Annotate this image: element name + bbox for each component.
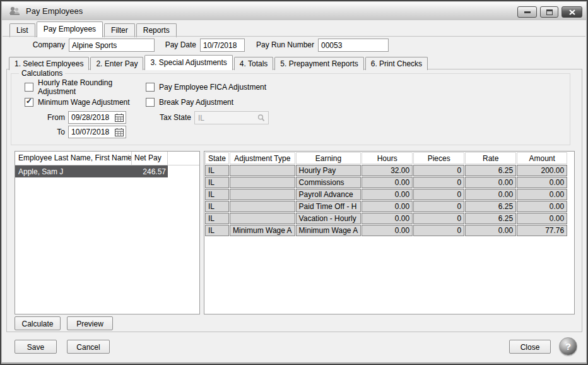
cell-hours[interactable]: 0.00	[362, 213, 413, 224]
minimize-button[interactable]	[517, 6, 537, 18]
main-tab[interactable]: Filter	[104, 23, 135, 37]
cell-adjustment-type[interactable]: Minimum Wage A	[230, 225, 295, 236]
close-button[interactable]: Close	[509, 340, 551, 354]
calculate-button[interactable]: Calculate	[15, 316, 61, 330]
cell-state[interactable]: IL	[205, 189, 229, 200]
cell-adjustment-type[interactable]	[230, 177, 295, 188]
cell-adjustment-type[interactable]	[230, 165, 295, 176]
pay-employees-window: Pay Employees ListPay EmployeesFilterRep…	[0, 0, 588, 365]
cell-amount[interactable]: 0.00	[517, 213, 567, 224]
cell-hours[interactable]: 0.00	[362, 177, 413, 188]
grid-row[interactable]: IL Paid Time Off - H 0.00 0 6.25 0.00	[205, 201, 567, 212]
calc-checkbox[interactable]: ✓ Pay Employee FICA Adjustment	[146, 83, 266, 92]
grid-row[interactable]: IL Vacation - Hourly 0.00 0 6.25 0.00	[205, 213, 567, 224]
cell-earning[interactable]: Commissions	[296, 177, 362, 188]
cell-adjustment-type[interactable]	[230, 201, 295, 212]
cell-state[interactable]: IL	[205, 213, 229, 224]
save-button[interactable]: Save	[15, 340, 57, 354]
main-tab[interactable]: Reports	[136, 23, 177, 37]
hours-column-header[interactable]: Hours	[362, 152, 413, 164]
checkbox-label: Hourly Rate Rounding Adjustment	[38, 78, 146, 96]
main-tab[interactable]: List	[9, 23, 35, 37]
checkbox-label: Break Pay Adjustment	[159, 98, 233, 107]
cell-hours[interactable]: 32.00	[362, 165, 413, 176]
cell-amount[interactable]: 0.00	[517, 189, 567, 200]
cell-hours[interactable]: 0.00	[362, 201, 413, 212]
employee-row[interactable]: Apple, Sam J 246.57	[15, 165, 168, 177]
cell-amount[interactable]: 0.00	[517, 201, 567, 212]
cell-earning[interactable]: Paid Time Off - H	[296, 201, 362, 212]
cell-rate[interactable]: 0.00	[465, 189, 516, 200]
cell-amount[interactable]: 0.00	[517, 177, 567, 188]
step-tab[interactable]: 2. Enter Pay	[90, 57, 143, 70]
grid-row[interactable]: IL Minimum Wage A Minimum Wage A 0.00 0 …	[205, 225, 567, 236]
calc-checkbox[interactable]: ✓ Break Pay Adjustment	[146, 98, 266, 107]
checkbox-label: Pay Employee FICA Adjustment	[159, 83, 266, 92]
special-adjustments-panel: Calculations ✓ Hourly Rate Rounding Adju…	[6, 69, 582, 332]
step-tab[interactable]: 5. Prepayment Reports	[274, 57, 363, 70]
rate-column-header[interactable]: Rate	[465, 152, 516, 164]
cell-earning[interactable]: Payroll Advance	[296, 189, 362, 200]
cell-rate[interactable]: 6.25	[465, 201, 516, 212]
earning-column-header[interactable]: Earning	[296, 152, 362, 164]
maximize-button[interactable]	[540, 6, 558, 18]
cell-earning[interactable]: Hourly Pay	[296, 165, 362, 176]
help-button[interactable]: ?	[559, 337, 577, 356]
adjustments-grid: State Adjustment Type Earning Hours Piec…	[204, 151, 575, 314]
cell-earning[interactable]: Vacation - Hourly	[296, 213, 362, 224]
net-pay-column-header[interactable]: Net Pay	[132, 152, 168, 165]
calendar-icon[interactable]	[115, 128, 124, 136]
cell-rate[interactable]: 0.00	[465, 225, 516, 236]
preview-button[interactable]: Preview	[67, 316, 113, 330]
step-tab[interactable]: 6. Print Checks	[365, 57, 428, 70]
cell-state[interactable]: IL	[205, 201, 229, 212]
tax-state-field: IL	[194, 111, 269, 124]
calendar-icon[interactable]	[115, 114, 124, 122]
grid-row[interactable]: IL Commissions 0.00 0 0.00 0.00	[205, 177, 567, 188]
cell-adjustment-type[interactable]	[230, 213, 295, 224]
close-window-button[interactable]	[562, 6, 582, 18]
cell-rate[interactable]: 6.25	[465, 213, 516, 224]
cell-pieces[interactable]: 0	[413, 225, 464, 236]
cancel-button[interactable]: Cancel	[67, 340, 110, 354]
from-date-field[interactable]: 09/28/2018	[68, 111, 126, 124]
to-date-field[interactable]: 10/07/2018	[68, 126, 126, 138]
main-tab[interactable]: Pay Employees	[37, 21, 103, 37]
step-tab[interactable]: 3. Special Adjustments	[144, 55, 232, 70]
cell-pieces[interactable]: 0	[413, 165, 464, 176]
pieces-column-header[interactable]: Pieces	[413, 152, 464, 164]
adjustment-type-column-header[interactable]: Adjustment Type	[230, 152, 295, 164]
calc-checkbox[interactable]: ✓ Minimum Wage Adjustment	[25, 98, 146, 107]
cell-hours[interactable]: 0.00	[362, 189, 413, 200]
pay-run-number-input[interactable]	[318, 39, 389, 52]
pay-run-number-label: Pay Run Number	[251, 39, 314, 52]
cell-state[interactable]: IL	[205, 165, 229, 176]
cell-hours[interactable]: 0.00	[362, 225, 413, 236]
cell-state[interactable]: IL	[205, 225, 229, 236]
cell-state[interactable]: IL	[205, 177, 229, 188]
tax-state-label: Tax State	[147, 111, 191, 124]
tax-state-value: IL	[195, 114, 257, 123]
cell-earning[interactable]: Minimum Wage A	[296, 225, 362, 236]
grid-row[interactable]: IL Hourly Pay 32.00 0 6.25 200.00	[205, 165, 567, 176]
cell-pieces[interactable]: 0	[413, 201, 464, 212]
step-tab[interactable]: 4. Totals	[234, 57, 273, 70]
cell-pieces[interactable]: 0	[413, 189, 464, 200]
step-tab[interactable]: 1. Select Employees	[9, 57, 89, 70]
pay-date-input[interactable]	[200, 39, 245, 52]
cell-pieces[interactable]: 0	[413, 177, 464, 188]
employee-name-column-header[interactable]: Employee Last Name, First Name /	[15, 152, 132, 165]
cell-amount[interactable]: 77.76	[517, 225, 567, 236]
window-title: Pay Employees	[26, 6, 83, 16]
cell-amount[interactable]: 200.00	[517, 165, 567, 176]
calc-checkbox[interactable]: ✓ Hourly Rate Rounding Adjustment	[25, 83, 146, 92]
amount-column-header[interactable]: Amount	[517, 152, 567, 164]
company-input[interactable]	[69, 39, 155, 52]
grid-row[interactable]: IL Payroll Advance 0.00 0 0.00 0.00	[205, 189, 567, 200]
cell-pieces[interactable]: 0	[413, 213, 464, 224]
cell-rate[interactable]: 6.25	[465, 165, 516, 176]
cell-rate[interactable]: 0.00	[465, 177, 516, 188]
cell-adjustment-type[interactable]	[230, 189, 295, 200]
pay-date-label: Pay Date	[153, 39, 196, 52]
state-column-header[interactable]: State	[205, 152, 229, 164]
